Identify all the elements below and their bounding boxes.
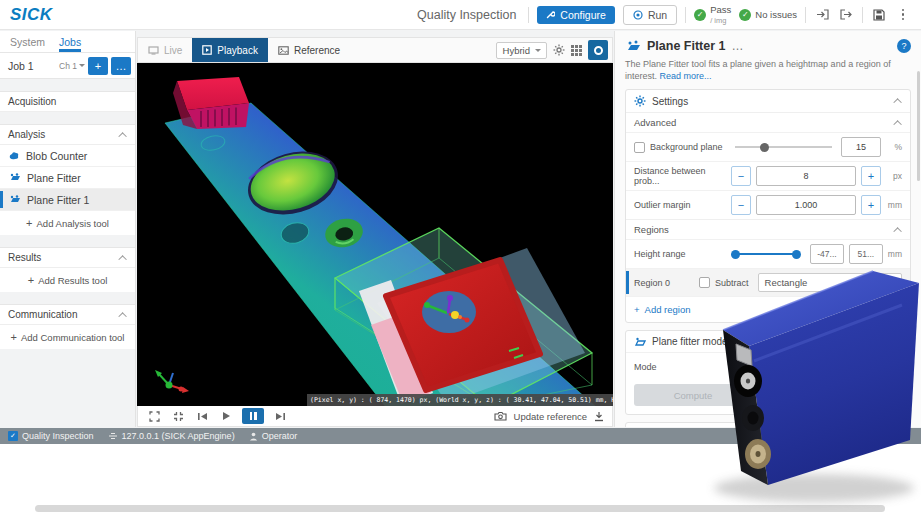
- download-icon[interactable]: [594, 411, 604, 422]
- reference-label: Reference: [294, 45, 340, 56]
- tab-system[interactable]: System: [10, 36, 45, 52]
- settings-gear-icon: [634, 95, 646, 107]
- divider: [805, 7, 806, 23]
- statusbar-user-label: Operator: [262, 431, 298, 441]
- add-communication-tool-button[interactable]: + Add Communication tool: [0, 325, 135, 349]
- divider: [862, 7, 863, 23]
- sidebar-item-plane-fitter-1[interactable]: Plane Fitter 1: [0, 189, 135, 211]
- divider: [528, 7, 529, 23]
- settings-header[interactable]: Settings: [626, 90, 910, 112]
- background-plane-value[interactable]: 15: [841, 137, 881, 157]
- chevron-up-icon: [118, 312, 126, 320]
- step-forward-icon[interactable]: [272, 409, 288, 423]
- tab-live[interactable]: Live: [138, 38, 192, 62]
- chevron-up-icon: [893, 120, 901, 128]
- outlier-value[interactable]: 1.000: [756, 195, 856, 215]
- viewer-settings-gear-icon[interactable]: [553, 44, 565, 56]
- plus-icon: +: [28, 274, 34, 286]
- mode-icon: [634, 337, 646, 347]
- sidebar-item-plane-fitter[interactable]: Plane Fitter: [0, 167, 135, 189]
- tab-playback[interactable]: Playback: [192, 38, 268, 62]
- outlier-margin-row: Outlier margin − 1.000 + mm: [626, 190, 910, 219]
- slider-knob[interactable]: [760, 143, 769, 152]
- outlier-decrement-button[interactable]: −: [731, 195, 751, 215]
- chevron-up-icon: [893, 227, 901, 235]
- chevron-down-icon: [79, 64, 85, 70]
- help-icon[interactable]: ?: [897, 39, 911, 53]
- play-icon[interactable]: [218, 409, 234, 423]
- panel-scrollbar[interactable]: [917, 71, 920, 181]
- circle-icon: [594, 46, 603, 55]
- analysis-header[interactable]: Analysis: [0, 124, 135, 145]
- outlier-increment-button[interactable]: +: [861, 195, 881, 215]
- logout-icon[interactable]: [814, 7, 830, 23]
- check-icon: ✓: [694, 9, 706, 21]
- plane-fitter-icon: [625, 40, 641, 52]
- distance-row: Distance between prob... − 8 + px: [626, 161, 910, 190]
- fit-view-icon[interactable]: [170, 409, 186, 423]
- acquisition-section: Acquisition: [0, 91, 135, 112]
- sidebar-tabs: System Jobs: [0, 31, 135, 53]
- tab-reference[interactable]: Reference: [268, 38, 350, 62]
- more-menu-icon[interactable]: [895, 7, 911, 23]
- add-communication-label: Add Communication tool: [21, 332, 125, 343]
- unit-label: mm: [886, 200, 902, 210]
- background-plane-row: Background plane 15 %: [626, 132, 910, 161]
- statusbar-user[interactable]: Operator: [249, 431, 298, 441]
- playback-icon: [202, 45, 212, 55]
- tool-label: Plane Fitter 1: [27, 194, 89, 206]
- add-job-button[interactable]: +: [88, 57, 108, 75]
- update-reference-button[interactable]: Update reference: [514, 411, 587, 422]
- acquisition-header[interactable]: Acquisition: [0, 91, 135, 112]
- regions-header[interactable]: Regions: [626, 219, 910, 239]
- pause-button[interactable]: [242, 408, 264, 424]
- job-name[interactable]: Job 1: [8, 60, 56, 72]
- distance-decrement-button[interactable]: −: [731, 166, 751, 186]
- skip-start-icon[interactable]: [194, 409, 210, 423]
- background-plane-slider[interactable]: [735, 146, 832, 148]
- run-label: Run: [648, 9, 667, 21]
- camera-icon: [494, 411, 507, 421]
- sidebar-item-blob-counter[interactable]: Blob Counter: [0, 145, 135, 167]
- export-icon[interactable]: [838, 7, 854, 23]
- add-analysis-tool-button[interactable]: + Add Analysis tool: [0, 211, 135, 235]
- view-mode-select[interactable]: Hybrid: [496, 42, 547, 59]
- communication-header[interactable]: Communication: [0, 304, 135, 325]
- app-title: Quality Inspection: [417, 8, 516, 22]
- chevron-up-icon: [118, 255, 126, 263]
- view-toggle-button[interactable]: [588, 40, 608, 60]
- blob-counter-icon: [8, 151, 20, 161]
- job-more-button[interactable]: …: [111, 57, 131, 75]
- panel-more-menu[interactable]: …: [732, 39, 745, 53]
- playback-controls: Update reference: [137, 406, 613, 427]
- point-cloud-canvas[interactable]: (Pixel x, y) : ( 874, 1470) px, (World x…: [137, 63, 613, 406]
- unit-label: px: [886, 171, 902, 181]
- job-selector-row: Job 1 Ch 1 + …: [0, 53, 135, 79]
- view-mode-value: Hybrid: [503, 45, 530, 56]
- save-icon[interactable]: [871, 7, 887, 23]
- results-section: Results + Add Results tool: [0, 247, 135, 292]
- no-issues-label: No issues: [755, 9, 797, 20]
- pixel-status-readout: (Pixel x, y) : ( 874, 1470) px, (World x…: [307, 394, 613, 406]
- results-label: Results: [8, 252, 41, 263]
- panel-header: Plane Fitter 1 … ?: [625, 39, 911, 53]
- results-header[interactable]: Results: [0, 247, 135, 268]
- tab-jobs[interactable]: Jobs: [59, 36, 81, 52]
- distance-increment-button[interactable]: +: [861, 166, 881, 186]
- panel-description: The Plane Fitter tool fits a plane given…: [625, 58, 911, 82]
- job-channel-dropdown[interactable]: Ch 1: [59, 61, 85, 71]
- distance-value[interactable]: 8: [756, 166, 856, 186]
- person-icon: [249, 432, 258, 441]
- run-button[interactable]: Run: [623, 5, 677, 25]
- configure-button[interactable]: Configure: [537, 6, 615, 24]
- app-logo-icon: ✓: [8, 431, 18, 441]
- read-more-link[interactable]: Read more...: [660, 71, 712, 81]
- fullscreen-icon[interactable]: [146, 409, 162, 423]
- battery-shadow: [714, 474, 914, 502]
- background-plane-checkbox[interactable]: [634, 142, 645, 153]
- regions-label: Regions: [634, 224, 669, 235]
- grid-view-icon[interactable]: [571, 45, 582, 56]
- add-results-tool-button[interactable]: + Add Results tool: [0, 268, 135, 292]
- advanced-header[interactable]: Advanced: [626, 112, 910, 132]
- monitor-icon: [148, 46, 159, 55]
